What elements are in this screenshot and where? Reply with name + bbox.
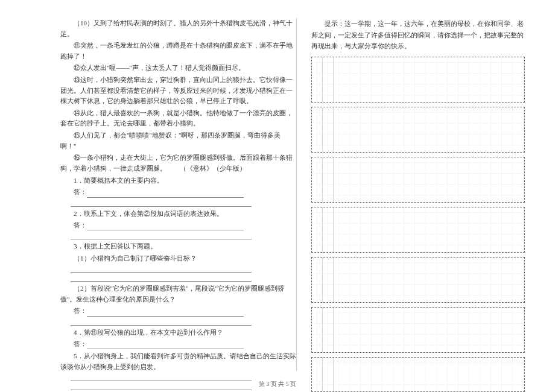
question-2: 2．联系上下文，体会第②段加点词语的表达效果。 xyxy=(60,208,296,219)
answer-4: 答： xyxy=(60,338,296,349)
para-13: ⑬这时，小猎狗突然窜出去，穿过狗群，直向山冈上的狼扑去。它快得像一团光。人们甚至… xyxy=(60,75,296,107)
grid-block[interactable] xyxy=(311,157,525,203)
grid-block[interactable] xyxy=(311,257,525,303)
blank-line[interactable] xyxy=(71,274,252,282)
blank-line[interactable] xyxy=(87,223,244,230)
page-footer: 第 3 页 共 5 页 xyxy=(0,380,555,388)
question-3-1: （1）小猎狗为自己制订了哪些奋斗目标？ xyxy=(60,253,296,264)
question-5: 5．从小猎狗身上，我们能看到许多可贵的精神品质。请结合自己的生活实际谈谈你从小猎… xyxy=(60,350,296,372)
question-1: 1．简要概括本文的主要内容。 xyxy=(60,175,296,186)
question-3: 3．根据上文回答以下两题。 xyxy=(60,241,296,251)
answer-label: 答： xyxy=(74,340,87,347)
para-14: ⑭从此，猎人最喜欢的一条狗，就是小猎狗。他特地做了一个漂亮的皮圈，套在它的脖子上… xyxy=(60,108,296,129)
blank-line[interactable] xyxy=(71,200,252,207)
grid-block[interactable] xyxy=(311,107,525,153)
question-4: 4．第⑪段写公狼的出现，在本文中起到什么作用？ xyxy=(60,327,296,338)
blank-line[interactable] xyxy=(87,309,244,317)
essay-prompt: 提示：这一学期，这一年，这六年，在美丽的母校，在你和同学、老师之间，一定发生了许… xyxy=(311,18,525,52)
left-column: （10）又到了给村民表演的时刻了。猎人的另外十条猎狗皮毛光滑，神气十足。 ⑪突然… xyxy=(60,18,296,362)
para-15: ⑮人们见了，都会"啧啧啧"地赞叹："啊呀，那四条罗圈腿，弯曲得多美啊！" xyxy=(60,130,296,151)
para-11: ⑪突然，一条毛发发红的公狼，蹲蹲是在十条猎狗的眼皮底下，满不在乎地跑掉了！ xyxy=(60,40,296,62)
grid-block[interactable] xyxy=(311,307,525,353)
right-column: 提示：这一学期，这一年，这六年，在美丽的母校，在你和同学、老师之间，一定发生了许… xyxy=(311,18,525,362)
para-10: （10）又到了给村民表演的时刻了。猎人的另外十条猎狗皮毛光滑，神气十足。 xyxy=(60,18,296,39)
blank-line[interactable] xyxy=(71,318,252,326)
answer-label: 答： xyxy=(74,221,87,229)
answer-label: 答： xyxy=(74,188,87,195)
blank-line[interactable] xyxy=(87,342,244,349)
blank-line[interactable] xyxy=(87,191,244,198)
answer-2: 答： xyxy=(60,220,296,230)
answer-label: 答： xyxy=(74,307,87,314)
question-3-2: （2）首段说"它为它的罗圈腿感到害羞"，尾段说"它为它的罗圈腿感到骄傲"。发生这… xyxy=(60,283,296,305)
answer-1: 答： xyxy=(60,186,296,197)
writing-grid[interactable] xyxy=(311,57,525,392)
para-12: ⑫众人发出"喔——"声，这太丢人了！猎人觉得颜面扫尽。 xyxy=(60,63,296,74)
grid-block[interactable] xyxy=(311,207,525,253)
blank-line[interactable] xyxy=(71,265,252,273)
grid-block[interactable] xyxy=(311,57,525,103)
column-divider xyxy=(296,18,297,371)
para-16: ⑯一条小猎狗，走在大街上，它为它的罗圈腿感到骄傲。后面跟着那十条猎狗，学着小猎狗… xyxy=(60,153,296,174)
blank-line[interactable] xyxy=(71,232,252,239)
answer-3-2: 答： xyxy=(60,305,296,316)
